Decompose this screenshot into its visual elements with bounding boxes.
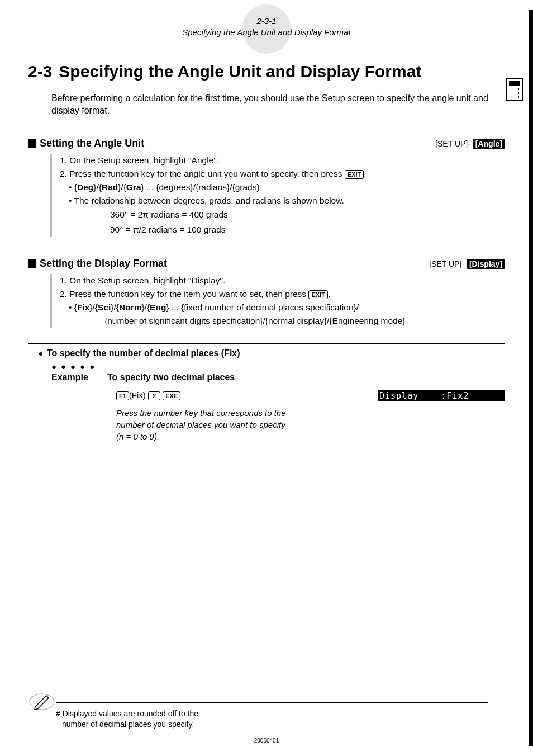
setup-tag-display: [SET UP]- [Display]: [429, 259, 505, 268]
header-page-title: Specifying the Angle Unit and Display Fo…: [28, 27, 505, 38]
example-dots: ●●●●●: [51, 362, 505, 371]
angle-formula2: 90° = π/2 radians = 100 grads: [110, 223, 505, 237]
section-divider: [28, 133, 505, 133]
bullet-icon: [39, 352, 42, 356]
chapter-number: 2-3: [28, 61, 52, 82]
chapter-title: 2-3 Specifying the Angle Unit and Displa…: [28, 61, 505, 82]
display-bullet: • {Fix}/{Sci}/{Norm}/{Eng} ... {fixed nu…: [69, 301, 505, 314]
display-bullet-line2: {number of significant digits specificat…: [104, 314, 505, 328]
display-steps: 1. On the Setup screen, highlight "Displ…: [50, 274, 505, 328]
setup-pill-angle: [Angle]: [473, 139, 505, 149]
fix-section-title: To specify the number of decimal places …: [47, 348, 240, 358]
angle-bullet2: • The relationship between degrees, grad…: [69, 194, 505, 207]
date-code: 20050401: [254, 738, 279, 744]
angle-bullet1: • {Deg}/{Rad}/{Gra} ... {degrees}/{radia…: [69, 181, 505, 194]
section-bullet-icon: [28, 139, 36, 148]
setup-prefix: [SET UP]: [429, 259, 461, 268]
page-side-bar: [529, 10, 533, 746]
display-step2: 2. Press the function key for the item y…: [60, 287, 505, 301]
footnote-line1: # Displayed values are rounded off to th…: [56, 708, 488, 720]
arrow-indicator: │: [138, 401, 505, 406]
display-step1: 1. On the Setup screen, highlight "Displ…: [60, 274, 505, 287]
key-note: Press the number key that corresponds to…: [116, 407, 505, 442]
page-header: 2-3-1 Specifying the Angle Unit and Disp…: [28, 11, 505, 37]
angle-formula1: 360° = 2π radians = 400 grads: [110, 207, 505, 222]
footnote: # Displayed values are rounded off to th…: [28, 702, 488, 730]
section-bullet-icon: [28, 259, 36, 268]
svg-point-0: [30, 694, 54, 710]
exit-key-icon: EXIT: [308, 290, 327, 299]
section-angle-title: Setting the Angle Unit: [40, 138, 144, 149]
header-page-ref: 2-3-1: [28, 16, 505, 27]
intro-paragraph: Before performing a calculation for the …: [51, 92, 505, 117]
section-divider: [28, 253, 505, 253]
exit-key-icon: EXIT: [345, 170, 364, 179]
pencil-icon: [28, 688, 56, 718]
f1-key-icon: F1: [116, 391, 129, 400]
setup-prefix: [SET UP]: [435, 139, 468, 148]
section-divider: [28, 343, 505, 344]
exe-key-icon: EXE: [163, 391, 180, 400]
key-sequence: F1(Fix) 2 EXE: [116, 390, 180, 400]
example-text: To specify two decimal places: [107, 372, 235, 382]
example-label: Example: [51, 372, 107, 382]
chapter-text: Specifying the Angle Unit and Display Fo…: [59, 61, 421, 82]
calculator-lcd-display: Display :Fix2: [378, 390, 505, 401]
footnote-line2: number of decimal places you specify.: [62, 719, 488, 730]
section-display-title: Setting the Display Format: [40, 258, 167, 270]
setup-pill-display: [Display]: [467, 259, 505, 269]
num2-key-icon: 2: [148, 391, 160, 400]
angle-step2: 2. Press the function key for the angle …: [60, 167, 505, 181]
setup-tag-angle: [SET UP]- [Angle]: [435, 139, 505, 148]
calculator-mode-icon: [506, 78, 523, 101]
angle-step1: 1. On the Setup screen, highlight "Angle…: [60, 154, 505, 167]
angle-steps: 1. On the Setup screen, highlight "Angle…: [50, 154, 505, 237]
